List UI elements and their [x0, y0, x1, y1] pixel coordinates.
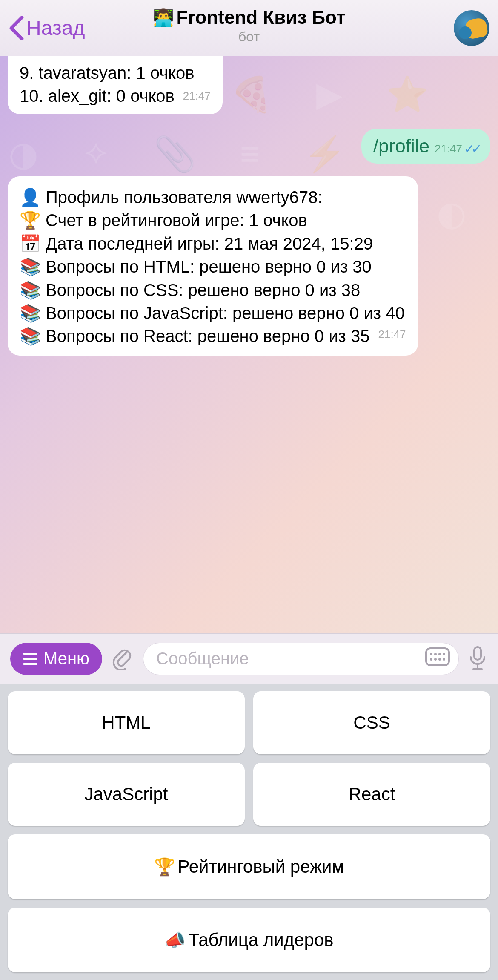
- svg-point-5: [434, 653, 437, 655]
- hamburger-icon: [23, 653, 37, 665]
- voice-button[interactable]: [467, 645, 488, 672]
- keyboard-button-html[interactable]: HTML: [8, 691, 245, 754]
- trophy-icon: 🏆: [154, 857, 175, 877]
- svg-rect-1: [23, 658, 37, 660]
- svg-rect-2: [23, 663, 37, 665]
- reply-keyboard: HTML CSS JavaScript React 🏆 Рейтинговый …: [0, 684, 498, 980]
- svg-rect-3: [426, 648, 449, 665]
- menu-button[interactable]: Меню: [10, 643, 102, 675]
- custom-keyboard-toggle[interactable]: [425, 647, 450, 670]
- megaphone-icon: 📣: [164, 930, 186, 950]
- leaderboard-line-10: 10. alex_git: 0 очков: [20, 86, 175, 105]
- message-input[interactable]: Сообщение: [143, 643, 459, 675]
- keyboard-button-css[interactable]: CSS: [253, 691, 490, 754]
- chevron-left-icon: [9, 16, 25, 40]
- message-time: 21:47: [183, 89, 211, 103]
- incoming-message-profile[interactable]: 👤 Профиль пользователя wwerty678: 🏆 Счет…: [8, 176, 418, 356]
- profile-line-user: 👤 Профиль пользователя wwerty678:: [20, 186, 406, 209]
- read-checks-icon: ✓✓: [464, 141, 478, 156]
- attach-button[interactable]: [111, 646, 135, 672]
- chat-title: Frontend Квиз Бот: [177, 7, 346, 28]
- svg-point-8: [430, 658, 432, 661]
- back-button[interactable]: Назад: [9, 16, 85, 40]
- svg-point-9: [434, 658, 437, 661]
- incoming-message-leaderboard[interactable]: 9. tavaratsyan: 1 очков 10. alex_git: 0 …: [8, 56, 223, 114]
- svg-rect-0: [23, 653, 37, 655]
- paperclip-icon: [111, 646, 135, 670]
- chat-subtitle: бот: [238, 29, 260, 45]
- avatar[interactable]: [454, 10, 489, 46]
- profile-line-html: 📚 Вопросы по HTML: решено верно 0 из 30: [20, 255, 406, 278]
- message-time: 21:47: [435, 142, 462, 155]
- keyboard-button-leaderboard[interactable]: 📣 Таблица лидеров: [8, 908, 490, 972]
- svg-point-7: [443, 653, 445, 655]
- message-time: 21:47: [378, 327, 406, 342]
- outgoing-message-profile[interactable]: /profile 21:47 ✓✓: [361, 129, 490, 164]
- profile-line-react: 📚 Вопросы по React: решено верно 0 из 35: [20, 327, 369, 345]
- title-emoji-icon: 👨‍💻: [153, 8, 174, 28]
- chat-title-wrap[interactable]: 👨‍💻 Frontend Квиз Бот бот: [153, 7, 346, 45]
- profile-line-score: 🏆 Счет в рейтинговой игре: 1 очков: [20, 209, 406, 232]
- back-label: Назад: [26, 16, 85, 40]
- leaderboard-line-9: 9. tavaratsyan: 1 очков: [20, 61, 211, 84]
- keyboard-button-rating-mode[interactable]: 🏆 Рейтинговый режим: [8, 834, 490, 899]
- svg-rect-12: [474, 647, 481, 660]
- keyboard-button-javascript[interactable]: JavaScript: [8, 763, 245, 826]
- svg-point-4: [430, 653, 432, 655]
- message-placeholder: Сообщение: [156, 649, 249, 668]
- svg-point-10: [438, 658, 441, 661]
- chat-area[interactable]: ✦ ☁ ✏ 🍕 ▶ ⭐ ◑ ✧ 📎 ≡ ⚡ ✉ ♪ ⌂ ☕ ✦ ⬡ ✿ ◐ ★ …: [0, 56, 498, 633]
- command-text: /profile: [373, 135, 429, 157]
- keyboard-button-react[interactable]: React: [253, 763, 490, 826]
- profile-line-date: 📅 Дата последней игры: 21 мая 2024, 15:2…: [20, 232, 406, 255]
- chat-header: Назад 👨‍💻 Frontend Квиз Бот бот: [0, 0, 498, 56]
- svg-point-6: [438, 653, 441, 655]
- input-bar: Меню Сообщение: [0, 633, 498, 684]
- profile-line-css: 📚 Вопросы по CSS: решено верно 0 из 38: [20, 279, 406, 302]
- keyboard-icon: [425, 647, 450, 666]
- microphone-icon: [467, 645, 488, 671]
- svg-point-11: [443, 658, 445, 661]
- menu-label: Меню: [43, 649, 89, 668]
- profile-line-js: 📚 Вопросы по JavaScript: решено верно 0 …: [20, 302, 406, 325]
